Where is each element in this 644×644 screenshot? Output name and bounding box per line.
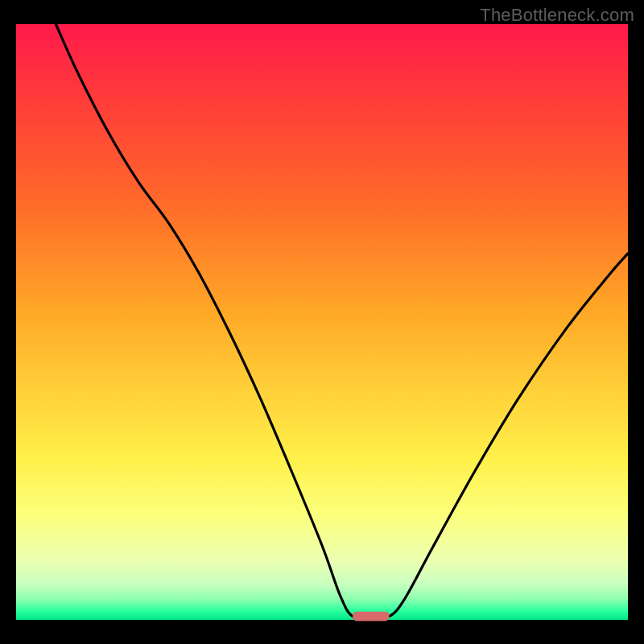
plot-background	[16, 24, 628, 620]
optimal-marker	[353, 612, 390, 621]
bottleneck-chart	[0, 0, 644, 644]
chart-svg	[0, 0, 644, 644]
watermark-text: TheBottleneck.com	[480, 5, 634, 26]
